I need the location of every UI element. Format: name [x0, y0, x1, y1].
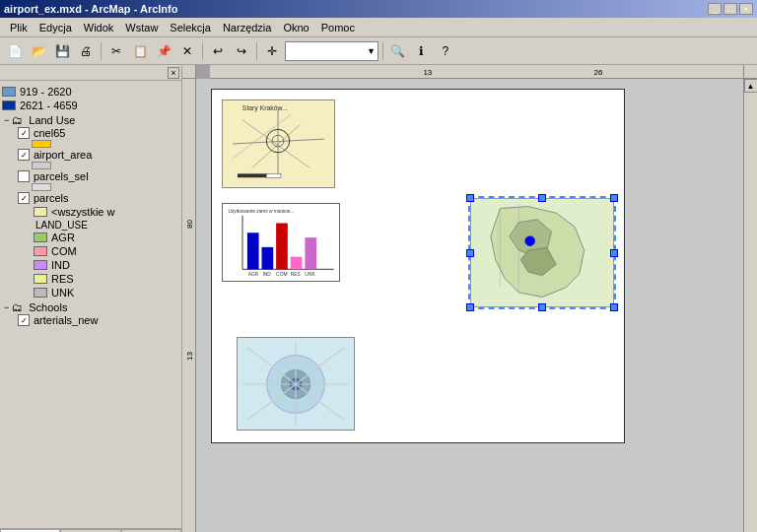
choropleth-map-selection[interactable] [468, 196, 616, 309]
bar-chart-svg: Użytkowanie ziemi w mieście... AGR [223, 204, 339, 281]
new-button[interactable]: 📄 [4, 40, 26, 62]
identify-button[interactable]: ℹ [411, 40, 433, 62]
handle-tr[interactable] [610, 194, 618, 202]
scrollbar-right: ▲ ▼ [743, 79, 757, 532]
open-button[interactable]: 📂 [28, 40, 49, 62]
save-button[interactable]: 💾 [51, 40, 73, 62]
road-network-svg: Stary Kraków... [223, 100, 334, 187]
svg-text:Stary Kraków...: Stary Kraków... [242, 104, 288, 112]
scale-dropdown[interactable]: 1:37 905 ▼ [285, 41, 378, 61]
menu-pomoc[interactable]: Pomoc [315, 20, 361, 35]
svg-rect-14 [262, 247, 274, 269]
map-page: Stary Kraków... [211, 89, 625, 443]
bar-chart[interactable]: Użytkowanie ziemi w mieście... AGR [222, 203, 340, 282]
handle-tc[interactable] [538, 194, 546, 202]
legend-color-2 [2, 100, 16, 110]
schools-stack-icon: 🗂 [12, 301, 23, 313]
print-button[interactable]: 🖨 [75, 40, 97, 62]
toc-close-button[interactable]: × [168, 67, 179, 79]
layer-group-schools: − 🗂 Schools arterials_new [2, 299, 179, 329]
cnel65-symbol [18, 140, 179, 148]
layer-parcels-sel-label: parcels_sel [34, 170, 89, 182]
airport-symbol [18, 162, 179, 169]
scroll-track-right[interactable] [744, 93, 757, 532]
layer-parcels-row: parcels <wszystkie w LAND_USE AGR [2, 191, 179, 299]
pan-button[interactable]: ✛ [261, 40, 283, 62]
choropleth-svg [471, 199, 613, 306]
parcels-field-label: LAND_USE [34, 220, 88, 231]
menu-widok[interactable]: Widok [78, 20, 120, 35]
handle-bc[interactable] [538, 303, 546, 311]
checkbox-arterials[interactable] [18, 314, 30, 326]
com-label: COM [51, 245, 77, 257]
cut-button[interactable]: ✂ [105, 40, 127, 62]
unk-label: UNK [51, 287, 74, 299]
window-title: airport_ex.mxd - ArcMap - ArcInfo [4, 3, 177, 15]
maximize-button[interactable]: □ [723, 3, 737, 15]
menu-plik[interactable]: Plik [4, 20, 34, 35]
toolbar: 📄 📂 💾 🖨 ✂ 📋 📌 ✕ ↩ ↪ ✛ 1:37 905 ▼ 🔍 ℹ ? [0, 37, 757, 65]
close-button[interactable]: × [739, 3, 753, 15]
layer-airport-label: airport_area [34, 149, 92, 161]
ind-label: IND [51, 259, 70, 271]
parcels-subitems: <wszystkie w LAND_USE AGR COM [18, 205, 179, 299]
layer-group-schools-header[interactable]: − 🗂 Schools [2, 301, 179, 313]
legend-item-1: 919 - 2620 [2, 85, 179, 99]
toc-tabs: Nazwy Źródła Selekcja [0, 528, 181, 532]
agr-color [34, 233, 47, 242]
inset-map-road[interactable]: Stary Kraków... [222, 100, 335, 188]
ind-color [34, 260, 47, 270]
copy-button[interactable]: 📋 [129, 40, 151, 62]
scale-input[interactable]: 1:37 905 [286, 42, 365, 60]
menu-bar: Plik Edycja Widok Wstaw Selekcja Narzędz… [0, 18, 757, 37]
expand-icon-landuse: − [4, 115, 9, 125]
ruler-left: 80 13 [182, 79, 196, 532]
agr-label: AGR [51, 232, 75, 243]
toc-content: 919 - 2620 2621 - 4659 − 🗂 Land Use cnel… [0, 81, 181, 528]
legend-label-2: 2621 - 4659 [20, 100, 78, 111]
menu-narzedzia[interactable]: Narzędzia [217, 20, 278, 35]
svg-rect-15 [276, 224, 288, 270]
handle-ml[interactable] [466, 249, 474, 257]
layer-arterials-label: arterials_new [34, 314, 98, 326]
checkbox-parcels-sel[interactable] [18, 170, 30, 182]
legend-color-1 [2, 87, 16, 97]
menu-wstaw[interactable]: Wstaw [119, 20, 164, 35]
minimize-button[interactable]: _ [708, 3, 722, 15]
checkbox-airport[interactable] [18, 149, 30, 161]
handle-bl[interactable] [466, 303, 474, 311]
checkbox-cnel65[interactable] [18, 127, 30, 139]
svg-rect-17 [305, 237, 316, 269]
overview-svg [238, 338, 354, 430]
zoom-tools-button[interactable]: 🔍 [387, 40, 409, 62]
layer-parcels-label: parcels [34, 192, 68, 204]
separator1 [101, 42, 102, 60]
svg-text:COM: COM [276, 272, 287, 277]
separator2 [202, 42, 203, 60]
menu-selekcja[interactable]: Selekcja [164, 20, 217, 35]
svg-text:AGR: AGR [248, 272, 259, 277]
undo-button[interactable]: ↩ [207, 40, 229, 62]
toc-header: × [0, 65, 181, 81]
handle-mr[interactable] [610, 249, 618, 257]
map-canvas[interactable]: Stary Kraków... [196, 79, 743, 532]
scroll-up-button[interactable]: ▲ [744, 79, 758, 93]
delete-button[interactable]: ✕ [176, 40, 198, 62]
svg-point-23 [525, 236, 534, 245]
redo-button[interactable]: ↪ [231, 40, 252, 62]
paste-button[interactable]: 📌 [153, 40, 174, 62]
layer-parcels-sel-row: parcels_sel [2, 169, 179, 191]
ruler-corner [182, 65, 196, 79]
res-color [34, 274, 47, 284]
menu-edycja[interactable]: Edycja [34, 20, 78, 35]
map-area[interactable]: 13 26 80 13 Stary Kraków... [182, 65, 757, 532]
overview-map[interactable] [237, 337, 355, 431]
handle-br[interactable] [610, 303, 618, 311]
layer-group-landuse-header[interactable]: − 🗂 Land Use [2, 114, 179, 126]
svg-rect-16 [291, 257, 303, 270]
handle-tl[interactable] [466, 194, 474, 202]
layer-cnel65-row: cnel65 [2, 126, 179, 148]
menu-okno[interactable]: Okno [277, 20, 314, 35]
help-button[interactable]: ? [435, 40, 456, 62]
checkbox-parcels[interactable] [18, 192, 30, 204]
